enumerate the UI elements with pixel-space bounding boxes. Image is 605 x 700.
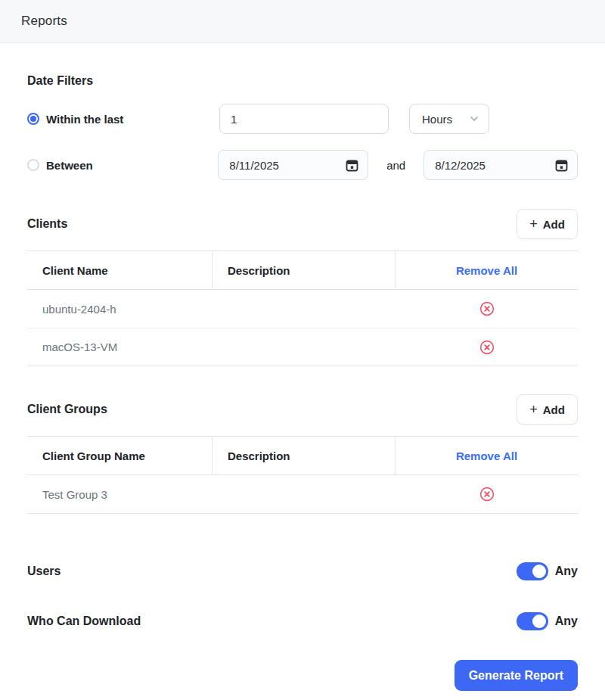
footer-actions: Generate Report — [27, 660, 578, 691]
time-unit-value: Hours — [422, 113, 452, 126]
who-can-download-label: Who Can Download — [27, 614, 141, 628]
toggle-knob — [532, 614, 546, 628]
end-date-value: 8/12/2025 — [435, 159, 486, 172]
add-client-label: Add — [543, 218, 565, 231]
time-unit-select[interactable]: Hours — [409, 104, 489, 134]
radio-unselected-icon — [27, 159, 39, 171]
clients-remove-all-link[interactable]: Remove All — [396, 251, 578, 289]
users-toggle-state: Any — [555, 565, 578, 578]
client-table-row: ubuntu-2404-h — [27, 290, 578, 328]
users-toggle-row: Users Any — [27, 562, 578, 580]
add-client-group-label: Add — [543, 403, 565, 416]
within-last-label: Within the last — [46, 113, 123, 126]
remove-client-button[interactable] — [479, 301, 495, 316]
client-name-cell: ubuntu-2404-h — [27, 303, 213, 316]
calendar-icon[interactable] — [346, 159, 358, 172]
calendar-icon[interactable] — [555, 159, 568, 172]
remove-circle-x-icon — [479, 487, 495, 502]
groups-col-name: Client Group Name — [27, 437, 213, 474]
chevron-down-icon — [469, 114, 479, 124]
client-group-table-row: Test Group 3 — [27, 475, 578, 513]
client-table-row: macOS-13-VM — [27, 328, 578, 366]
client-groups-table-header: Client Group Name Description Remove All — [27, 436, 578, 475]
and-label: and — [386, 159, 405, 172]
page-header: Reports — [0, 0, 605, 43]
date-filters-heading: Date Filters — [27, 74, 578, 88]
end-date-input[interactable]: 8/12/2025 — [424, 150, 578, 180]
clients-table-header: Client Name Description Remove All — [27, 250, 578, 290]
between-row: Between 8/11/2025 and 8/12/2025 — [27, 150, 578, 180]
client-name-cell: macOS-13-VM — [27, 341, 213, 353]
clients-col-name: Client Name — [27, 251, 213, 289]
remove-circle-x-icon — [479, 340, 495, 355]
client-groups-table-body: Test Group 3 — [27, 475, 578, 514]
plus-icon: + — [529, 217, 538, 231]
toggle-knob — [532, 565, 546, 578]
users-toggle[interactable] — [517, 562, 548, 580]
client-groups-section-head: Client Groups + Add — [27, 394, 578, 425]
within-last-value-input[interactable] — [219, 104, 389, 134]
groups-remove-all-link[interactable]: Remove All — [396, 437, 578, 474]
within-last-row: Within the last Hours — [27, 104, 578, 134]
client-groups-table: Client Group Name Description Remove All… — [27, 436, 578, 514]
start-date-value: 8/11/2025 — [229, 159, 279, 172]
between-label: Between — [46, 159, 93, 172]
radio-selected-icon — [27, 113, 39, 125]
generate-report-button[interactable]: Generate Report — [455, 660, 578, 691]
remove-client-button[interactable] — [479, 340, 495, 355]
plus-icon: + — [529, 403, 538, 416]
clients-section-head: Clients + Add — [27, 209, 578, 239]
clients-heading: Clients — [27, 217, 67, 231]
who-can-download-toggle[interactable] — [517, 612, 548, 630]
clients-col-description: Description — [213, 251, 396, 289]
between-radio[interactable]: Between — [27, 159, 218, 172]
who-can-download-toggle-state: Any — [555, 614, 578, 628]
remove-circle-x-icon — [479, 301, 495, 316]
clients-table: Client Name Description Remove All ubunt… — [27, 250, 578, 366]
main-content: Date Filters Within the last Hours Betwe… — [0, 74, 605, 691]
client-groups-heading: Client Groups — [27, 403, 107, 416]
add-client-button[interactable]: + Add — [517, 209, 578, 239]
page-title: Reports — [21, 14, 67, 29]
within-last-radio[interactable]: Within the last — [27, 113, 219, 126]
users-label: Users — [27, 565, 60, 578]
remove-group-button[interactable] — [479, 487, 495, 502]
start-date-input[interactable]: 8/11/2025 — [218, 150, 368, 180]
who-can-download-toggle-row: Who Can Download Any — [27, 612, 578, 630]
clients-table-body: ubuntu-2404-h macOS-13-VM — [27, 290, 578, 366]
groups-col-description: Description — [213, 437, 396, 474]
group-name-cell: Test Group 3 — [27, 488, 213, 501]
add-client-group-button[interactable]: + Add — [517, 394, 578, 425]
